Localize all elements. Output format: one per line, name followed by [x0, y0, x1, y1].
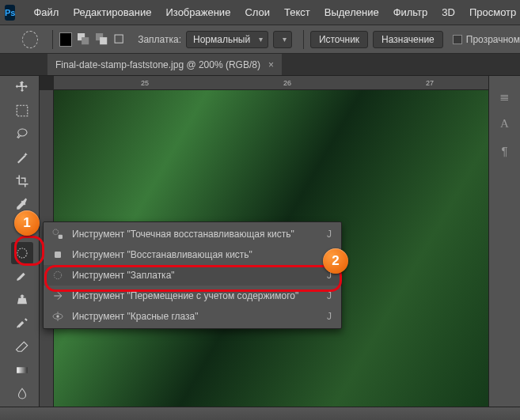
history-brush-tool[interactable] — [11, 312, 33, 335]
flyout-label: Инструмент "Точечная восстанавливающая к… — [72, 229, 294, 240]
clone-stamp-tool[interactable] — [11, 289, 33, 311]
close-icon[interactable]: × — [268, 59, 274, 70]
patch-tool[interactable] — [11, 242, 33, 264]
flyout-red-eye[interactable]: Инструмент "Красные глаза" J — [44, 306, 341, 327]
flyout-healing-brush[interactable]: Инструмент "Восстанавливающая кисть" J — [44, 244, 341, 265]
flyout-key: J — [327, 229, 335, 240]
menu-image[interactable]: Изображение — [158, 0, 237, 25]
blur-tool[interactable] — [11, 383, 33, 405]
flyout-label: Инструмент "Красные глаза" — [72, 311, 198, 322]
history-panel-icon[interactable]: ≣ — [497, 87, 513, 106]
healing-brush-icon — [50, 247, 66, 263]
svg-rect-10 — [55, 252, 61, 258]
svg-point-13 — [56, 315, 59, 317]
svg-rect-5 — [17, 105, 28, 116]
selection-add-icon[interactable] — [77, 32, 89, 47]
flyout-label: Инструмент "Заплатка" — [72, 270, 175, 281]
transparent-checkbox[interactable]: Прозрачном — [453, 34, 520, 45]
app-icon: Ps — [5, 5, 15, 21]
flyout-label: Инструмент "Восстанавливающая кисть" — [72, 249, 252, 260]
svg-rect-7 — [17, 368, 28, 374]
menu-text[interactable]: Текст — [277, 0, 317, 25]
menu-3d[interactable]: 3D — [435, 0, 462, 25]
divider — [303, 30, 304, 49]
flyout-label: Инструмент "Перемещение с учетом содержи… — [72, 290, 298, 301]
menu-select[interactable]: Выделение — [317, 0, 386, 25]
menu-view[interactable]: Просмотр — [462, 0, 520, 25]
document-tab[interactable]: Final-date-stamp-faststone.jpg @ 200% (R… — [47, 54, 283, 75]
flyout-key: J — [327, 249, 335, 260]
flyout-content-aware-move[interactable]: Инструмент "Перемещение с учетом содержи… — [44, 286, 341, 306]
healing-tools-flyout: Инструмент "Точечная восстанавливающая к… — [43, 221, 342, 329]
paragraph-panel-icon[interactable]: ¶ — [497, 141, 513, 160]
menu-file[interactable]: Файл — [26, 0, 66, 25]
tool-preset-icon[interactable] — [22, 31, 38, 48]
eraser-tool[interactable] — [11, 336, 33, 358]
character-panel-icon[interactable]: A — [497, 114, 513, 133]
destination-button[interactable]: Назначение — [373, 31, 443, 48]
lasso-tool[interactable] — [11, 123, 33, 145]
flyout-key: J — [327, 311, 335, 322]
svg-point-11 — [54, 271, 61, 278]
ruler-tick: 27 — [426, 79, 434, 87]
flyout-key: J — [327, 270, 335, 281]
move-tool[interactable] — [11, 76, 33, 98]
svg-rect-9 — [59, 235, 63, 239]
bottom-strip — [0, 407, 520, 420]
red-eye-icon — [50, 308, 66, 324]
checkbox-box-icon — [453, 35, 462, 44]
patch-icon — [50, 267, 66, 283]
menu-filter[interactable]: Фильтр — [386, 0, 435, 25]
selection-subtract-icon[interactable] — [95, 32, 108, 47]
crop-tool[interactable] — [11, 170, 33, 192]
marquee-tool[interactable] — [11, 100, 33, 122]
content-aware-move-icon — [50, 288, 66, 304]
svg-point-6 — [17, 248, 27, 258]
ruler-horizontal: 25 26 27 — [54, 76, 488, 90]
gradient-tool[interactable] — [11, 360, 33, 382]
transparent-label: Прозрачном — [466, 34, 520, 45]
brush-tool[interactable] — [11, 266, 33, 288]
tab-title: Final-date-stamp-faststone.jpg @ 200% (R… — [55, 59, 260, 70]
flyout-patch[interactable]: Инструмент "Заплатка" J — [44, 265, 341, 286]
document-tabs: Final-date-stamp-faststone.jpg @ 200% (R… — [0, 54, 520, 76]
patch-label: Заплатка: — [138, 34, 181, 45]
patch-extra-select[interactable] — [273, 31, 292, 48]
tools-panel — [0, 76, 40, 407]
flyout-spot-healing[interactable]: Инструмент "Точечная восстанавливающая к… — [44, 224, 341, 244]
eyedropper-tool[interactable] — [11, 194, 33, 216]
menubar: Ps Файл Редактирование Изображение Слои … — [0, 0, 520, 25]
right-panel-dock: ≣ A ¶ — [488, 76, 520, 407]
svg-rect-3 — [100, 37, 107, 44]
divider — [52, 30, 53, 49]
svg-rect-4 — [115, 35, 123, 43]
spot-healing-icon — [50, 226, 66, 242]
selection-new-icon[interactable] — [59, 32, 72, 47]
magic-wand-tool[interactable] — [11, 146, 33, 168]
source-button[interactable]: Источник — [310, 31, 368, 48]
options-bar: Заплатка: Нормальный Источник Назначение… — [0, 25, 520, 54]
selection-intersect-icon[interactable] — [112, 32, 125, 47]
menu-layers[interactable]: Слои — [237, 0, 277, 25]
ruler-tick: 26 — [283, 79, 291, 87]
svg-point-8 — [53, 229, 59, 235]
svg-rect-1 — [82, 37, 89, 44]
flyout-key: J — [327, 290, 335, 301]
menu-edit[interactable]: Редактирование — [66, 0, 158, 25]
ruler-tick: 25 — [141, 79, 149, 87]
patch-mode-select[interactable]: Нормальный — [186, 31, 268, 48]
